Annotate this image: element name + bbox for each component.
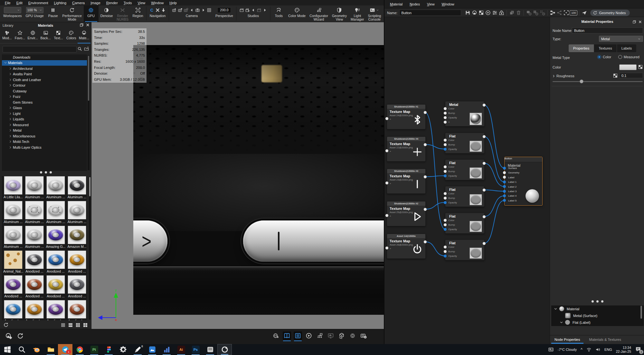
menu-view[interactable]: View: [135, 1, 148, 5]
taskbar-start[interactable]: [0, 344, 14, 355]
texture-input-port[interactable]: [385, 214, 388, 217]
properties-tab-labels[interactable]: Labels: [617, 44, 636, 52]
texture-slot-icon[interactable]: [613, 73, 618, 78]
menu-camera[interactable]: Camera: [69, 1, 88, 5]
material-thumbnail[interactable]: Animal_Nat...: [3, 250, 23, 273]
taskbar-photos[interactable]: [145, 344, 159, 355]
material-thumbnail[interactable]: Anodized ...: [3, 275, 23, 298]
orient-icon[interactable]: [582, 10, 587, 15]
tree-item-cutaway[interactable]: Cutaway: [2, 88, 87, 94]
material-input-port[interactable]: [444, 121, 447, 124]
material-input-port[interactable]: [444, 197, 447, 200]
menu-edit[interactable]: Edit: [14, 1, 25, 5]
output-node-port[interactable]: [503, 167, 506, 170]
library-tab-favo[interactable]: Favo...: [14, 29, 26, 43]
copy-icon[interactable]: [509, 10, 515, 15]
material-input-port[interactable]: [444, 174, 447, 177]
material-output-port[interactable]: [483, 135, 486, 138]
material-thumbnail[interactable]: Anodized ...: [24, 300, 44, 320]
viewport-icon-animation[interactable]: [305, 332, 313, 340]
material-input-port[interactable]: [444, 170, 447, 173]
node-clock-icon[interactable]: [526, 10, 532, 15]
properties-tab-textures[interactable]: Textures: [594, 44, 617, 52]
material-thumbnail[interactable]: Anodized ...: [67, 250, 87, 273]
grid-small-icon[interactable]: [75, 322, 80, 328]
search-input[interactable]: [3, 46, 76, 52]
menu-tools[interactable]: Tools: [121, 1, 135, 5]
texture-map-node[interactable]: Shutdown@2000x #2Texture MapAsset 25@200…: [387, 201, 426, 226]
toolbar-color-mode[interactable]: Color Mode: [286, 5, 308, 22]
toolbar-configurator-wizard[interactable]: Configurator Wizard: [308, 5, 330, 22]
material-input-port[interactable]: [444, 255, 447, 257]
toolbar-gpu-usage-dropdown[interactable]: 100 %: [26, 7, 43, 13]
viewport-icon-library-panel[interactable]: [283, 332, 291, 340]
output-node-port[interactable]: [503, 185, 506, 188]
tree-item-axalta-paint[interactable]: Axalta Paint: [2, 71, 87, 77]
roughness-slider-handle[interactable]: [580, 79, 583, 83]
material-input-port[interactable]: [444, 143, 447, 146]
graph-menu-view[interactable]: View: [423, 2, 438, 6]
material-thumbnail[interactable]: Anodized ...: [46, 300, 66, 320]
texture-output-port[interactable]: [424, 175, 427, 178]
tree-item-multi-layer-optics[interactable]: Multi-Layer Optics: [2, 145, 87, 150]
library-tab-mate[interactable]: Mate...: [78, 29, 90, 43]
toolbar-render-nurbs[interactable]: Render NURBS: [115, 5, 130, 22]
taskbar-chrome[interactable]: [72, 344, 87, 355]
structure-tree-item[interactable]: Metal (Surface): [551, 312, 644, 319]
roughness-slider[interactable]: [553, 81, 643, 82]
viewport-icon-geometry-view[interactable]: [337, 332, 346, 340]
material-output-port[interactable]: [483, 189, 486, 192]
material-thumbnail[interactable]: Aluminum ...: [24, 226, 44, 248]
bottom-tab-materials-textures[interactable]: Materials & Textures: [585, 335, 626, 344]
tree-item-mold-tech[interactable]: Mold-Tech: [2, 139, 87, 145]
grid-scrollbar-thumb[interactable]: [89, 177, 90, 196]
graph-menu-window[interactable]: Window: [438, 2, 458, 6]
library-search[interactable]: [3, 46, 77, 52]
tree-item-cloth-and-leather[interactable]: Cloth and Leather: [2, 77, 87, 83]
texture-map-node[interactable]: Asset 14@2000xTexture MapAsset 26@2000x.…: [387, 234, 426, 259]
toolbar-workspaces[interactable]: Workspaces: [1, 5, 24, 22]
refresh-icon[interactable]: [17, 332, 24, 340]
output-node-port[interactable]: [503, 199, 506, 202]
toolbar-performance-mode[interactable]: Performance Mode: [61, 5, 84, 22]
toolbar-perspective[interactable]: 200.0Perspective: [213, 5, 235, 22]
material-thumbnail[interactable]: Anodized ...: [46, 250, 66, 273]
material-input-port[interactable]: [444, 201, 447, 204]
material-thumbnail[interactable]: Aluminum ...: [24, 176, 44, 199]
material-input-port[interactable]: [444, 246, 447, 248]
output-node-port[interactable]: [503, 171, 506, 174]
material-thumbnail[interactable]: A Little Lila...: [3, 176, 23, 199]
taskbar-analytics[interactable]: [159, 344, 174, 355]
tree-item-metal[interactable]: Metal: [2, 128, 87, 134]
library-tab-mod[interactable]: Mod...: [1, 29, 14, 43]
material-thumbnail[interactable]: Aluminum ...: [3, 226, 23, 248]
zoom-100-button[interactable]: 100: [570, 10, 577, 15]
grid-clock-icon[interactable]: [533, 10, 538, 15]
texture-slot-icon[interactable]: [638, 64, 643, 70]
texture-input-port[interactable]: [385, 247, 388, 249]
chevron-right-icon[interactable]: [552, 74, 555, 78]
viewport-icon-cloud-rendering[interactable]: [327, 332, 335, 340]
material-input-port[interactable]: [444, 228, 447, 231]
list-rows-icon[interactable]: [68, 322, 73, 328]
realtime-viewport[interactable]: > Samples Per Sec:38.5Time:33sSamples:12…: [91, 22, 384, 329]
texture-map-node[interactable]: Shutdown@2000x #1Texture MapAsset 24@200…: [387, 104, 426, 129]
texture-map-node[interactable]: Shutdown@2000x #3Texture MapAsset 23@200…: [387, 169, 426, 194]
taskbar-chat-app[interactable]: [203, 344, 217, 355]
material-output-port[interactable]: [483, 162, 486, 165]
library-tab-text[interactable]: Text...: [52, 29, 65, 43]
material-thumbnail[interactable]: Aluminum ...: [46, 201, 66, 224]
material-input-port[interactable]: [444, 107, 447, 110]
toolbar-gpu[interactable]: GPU: [84, 5, 99, 22]
toolbar-perspective-value[interactable]: 200.0: [217, 7, 231, 13]
library-tab-back[interactable]: Back...: [39, 29, 52, 43]
tree-scrollbar-thumb[interactable]: [88, 56, 89, 101]
material-input-port[interactable]: [444, 148, 447, 151]
viewport-icon-environment-add[interactable]: [272, 332, 280, 340]
material-input-port[interactable]: [444, 250, 447, 253]
material-thumbnail[interactable]: Anodized ...: [24, 250, 44, 273]
tree-item-gem-stones[interactable]: Gem Stones: [2, 99, 87, 105]
output-node-port[interactable]: [503, 181, 506, 183]
taskbar-pt-app[interactable]: Pt: [87, 344, 101, 355]
language-indicator[interactable]: ENG: [604, 348, 612, 351]
